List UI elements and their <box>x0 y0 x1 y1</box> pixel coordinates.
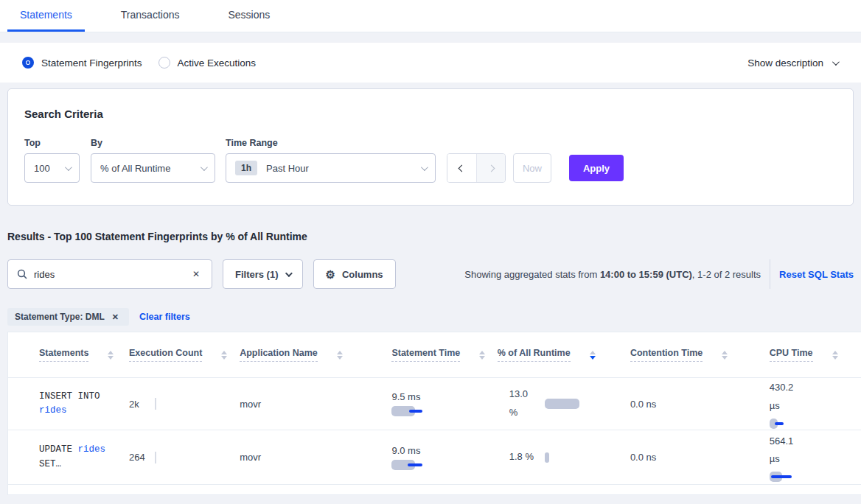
sort-icon[interactable] <box>832 351 838 360</box>
now-button[interactable]: Now <box>513 153 551 183</box>
column-header-label: % of All Runtime <box>498 348 571 362</box>
tab-statements[interactable]: Statements <box>7 0 85 32</box>
column-header-label: Execution Count <box>129 348 202 362</box>
search-criteria-title: Search Criteria <box>24 108 837 120</box>
show-description-label: Show description <box>747 57 823 69</box>
time-range-field: Time Range 1h Past Hour <box>226 138 447 183</box>
column-header-statement-time[interactable]: Statement Time <box>391 348 497 362</box>
contention-time-value: 0.0 ns <box>630 452 656 463</box>
top-select[interactable]: 100 <box>24 153 80 183</box>
top-field: Top 100 <box>24 138 91 183</box>
chevron-down-icon <box>832 58 840 66</box>
top-label: Top <box>24 138 91 148</box>
cpu-time-cell: 430.2 µs <box>770 379 861 428</box>
sort-icon[interactable] <box>221 351 227 360</box>
time-range-label: Time Range <box>226 138 447 148</box>
radio-label: Statement Fingerprints <box>41 57 142 69</box>
column-header-statements[interactable]: Statements <box>39 348 129 362</box>
sort-icon-active-desc[interactable] <box>590 351 596 360</box>
filters-button[interactable]: Filters (1) <box>223 259 303 289</box>
apply-button[interactable]: Apply <box>569 155 624 181</box>
radio-active-executions[interactable]: Active Executions <box>158 57 257 69</box>
previous-time-window-button[interactable] <box>447 154 476 182</box>
column-header-execution-count[interactable]: Execution Count <box>129 348 240 362</box>
percent-runtime-bar <box>545 452 582 463</box>
execution-count-bar <box>155 452 156 463</box>
radio-unselected-icon <box>158 57 170 69</box>
column-header-cpu-time[interactable]: CPU Time <box>770 348 861 362</box>
by-select-value: % of All Runtime <box>100 163 170 174</box>
statement-time-value: 9.5 ms <box>391 391 420 402</box>
application-name-value: movr <box>240 399 261 410</box>
percent-runtime-cell: 1.8 % <box>498 448 630 466</box>
sql-activity-tabs: Statements Transactions Sessions <box>0 0 861 32</box>
statement-time-cell: 9.0 ms <box>391 445 497 470</box>
chevron-down-icon <box>65 164 72 171</box>
show-description-toggle[interactable]: Show description <box>747 57 837 69</box>
toolbar-divider <box>770 259 770 289</box>
chevron-right-icon <box>487 164 495 172</box>
search-criteria-card: Search Criteria Top 100 By % of All Runt… <box>7 88 854 206</box>
statement-time-bar <box>391 460 427 470</box>
column-header-label: Statement Time <box>391 348 460 362</box>
remove-filter-icon[interactable]: ✕ <box>109 311 122 323</box>
application-name-cell: movr <box>240 452 391 463</box>
execution-count-value: 2k <box>129 399 139 410</box>
statement-link[interactable]: rides <box>39 405 67 416</box>
column-header-label: Contention Time <box>630 348 703 362</box>
statements-table: Statements Execution Count Application N… <box>7 332 861 495</box>
criteria-controls: Top 100 By % of All Runtime Time Range 1… <box>24 138 837 183</box>
column-header-application-name[interactable]: Application Name <box>240 348 391 362</box>
clear-search-icon[interactable]: ✕ <box>189 267 203 281</box>
radio-label: Active Executions <box>178 57 257 69</box>
cpu-time-cell: 564.1 µs <box>770 433 861 482</box>
percent-runtime-value: 1.8 % <box>509 448 539 466</box>
tab-sessions[interactable]: Sessions <box>215 0 282 32</box>
active-filters-row: Statement Type: DML ✕ Clear filters <box>7 308 854 326</box>
reset-sql-stats-link[interactable]: Reset SQL Stats <box>779 269 854 280</box>
clear-filters-link[interactable]: Clear filters <box>139 312 190 322</box>
sort-icon[interactable] <box>722 351 728 360</box>
statement-link[interactable]: rides <box>78 444 106 455</box>
application-name-value: movr <box>240 452 261 463</box>
filter-chip-statement-type[interactable]: Statement Type: DML ✕ <box>7 308 129 326</box>
radio-selected-icon <box>22 57 34 69</box>
top-select-value: 100 <box>34 163 50 174</box>
cpu-time-value: 564.1 µs <box>770 433 802 468</box>
time-range-select[interactable]: 1h Past Hour <box>226 153 436 183</box>
by-field: By % of All Runtime <box>91 138 226 183</box>
radio-statement-fingerprints[interactable]: Statement Fingerprints <box>22 57 142 69</box>
statement-search-box: ✕ <box>7 259 212 289</box>
execution-count-value: 264 <box>129 452 145 463</box>
table-row: UPDATE rides SET… 264 movr 9.0 ms 1.8 % <box>8 430 861 485</box>
sort-icon[interactable] <box>337 351 343 360</box>
summary-suffix: , 1-2 of 2 results <box>692 269 761 280</box>
summary-time-range: 14:00 to 15:59 (UTC) <box>600 269 692 280</box>
column-header-label: Application Name <box>240 348 318 362</box>
search-input[interactable] <box>34 269 189 280</box>
summary-prefix: Showing aggregated stats from <box>464 269 600 280</box>
results-toolbar: ✕ Filters (1) ⚙ Columns Showing aggregat… <box>7 259 854 289</box>
columns-label: Columns <box>342 269 383 280</box>
column-header-label: Statements <box>39 348 88 362</box>
column-header-contention-time[interactable]: Contention Time <box>630 348 770 362</box>
columns-button[interactable]: ⚙ Columns <box>313 259 396 289</box>
tab-transactions[interactable]: Transactions <box>108 0 192 32</box>
statement-cell: INSERT INTO rides <box>39 390 129 419</box>
column-header-percent-of-all-runtime[interactable]: % of All Runtime <box>498 348 630 362</box>
results-summary: Showing aggregated stats from 14:00 to 1… <box>464 269 761 280</box>
contention-time-cell: 0.0 ns <box>630 399 770 410</box>
time-range-badge: 1h <box>235 161 257 175</box>
statement-text: SET… <box>39 459 61 469</box>
sort-icon[interactable] <box>108 351 114 360</box>
search-icon <box>17 269 27 279</box>
sort-icon[interactable] <box>479 351 485 360</box>
by-select[interactable]: % of All Runtime <box>91 153 215 183</box>
execution-count-bar <box>155 398 156 410</box>
cpu-time-bar <box>770 419 799 429</box>
next-time-window-button[interactable] <box>476 154 505 182</box>
time-window-pager <box>447 153 506 183</box>
chevron-down-icon <box>201 164 208 171</box>
chevron-down-icon <box>285 270 292 277</box>
percent-runtime-value: 13.0 % <box>509 385 539 421</box>
